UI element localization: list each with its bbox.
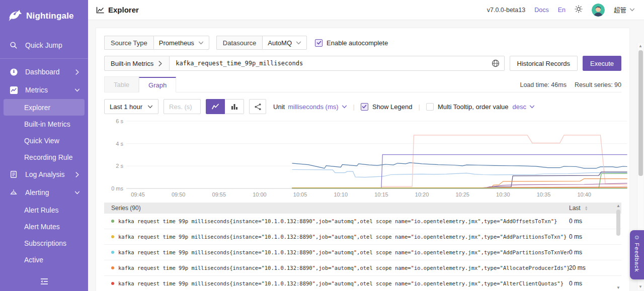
sidebar-collapse-button[interactable] (0, 278, 88, 285)
series-color-dot (111, 266, 114, 269)
multi-tooltip-checkbox[interactable]: Multi Tooltip, order value (426, 103, 509, 111)
source-type-select[interactable]: Prometheus (153, 36, 209, 50)
source-type-label: Source Type (104, 36, 153, 50)
chevron-down-icon (342, 104, 347, 110)
svg-text:09:45: 09:45 (131, 191, 145, 198)
explorer-panel: Source Type Prometheus Datasource AutoMQ… (96, 28, 630, 291)
scroll-up-icon[interactable]: ▲ (616, 204, 620, 209)
divider: | (417, 103, 421, 111)
log-analysis-icon (9, 170, 18, 179)
main-content: Source Type Prometheus Datasource AutoMQ… (88, 20, 644, 291)
checkbox-checked-icon (361, 103, 368, 111)
tab-graph[interactable]: Graph (139, 77, 176, 92)
svg-text:4 s: 4 s (116, 141, 123, 147)
series-table-header: Series (90) Last ▲▼ (104, 203, 621, 214)
menu-fold-icon (40, 278, 48, 285)
search-icon (9, 41, 18, 50)
page-scrollbar-thumb[interactable] (638, 50, 643, 176)
sidebar-item-log-analysis[interactable]: Log Analysis (0, 165, 88, 183)
series-row[interactable]: kafka_request_time_99p_milliseconds{inst… (104, 260, 621, 276)
user-menu[interactable]: 超管 (614, 5, 635, 15)
tab-table[interactable]: Table (104, 76, 139, 92)
app-logo[interactable]: Nightingale (0, 0, 88, 32)
show-legend-checkbox[interactable]: Show Legend (361, 103, 413, 111)
theme-toggle-sun-icon[interactable] (575, 5, 583, 15)
builtin-metrics-button[interactable]: Built-in Metrics (104, 56, 170, 71)
sidebar-item-alert-rules[interactable]: Alert Rules (0, 202, 88, 218)
time-range-select[interactable]: Last 1 hour (104, 99, 158, 114)
unit-label: Unit (273, 103, 285, 111)
metrics-chart[interactable]: 6 s4 s2 s0 ms09:4509:5009:5510:0010:0510… (104, 117, 621, 201)
caret-down-icon: ▼ (585, 208, 588, 211)
nightingale-bird-icon (7, 9, 22, 24)
page-title: Explorer (96, 6, 139, 14)
user-name: 超管 (614, 5, 626, 15)
feedback-button[interactable]: ☺ Feedback (630, 230, 644, 279)
sidebar-item-alerting[interactable]: Alerting (0, 183, 88, 202)
historical-records-button[interactable]: Historical Records (510, 56, 578, 71)
metrics-icon (9, 85, 18, 94)
svg-text:10:15: 10:15 (374, 191, 388, 198)
globe-icon[interactable] (492, 59, 500, 69)
svg-text:09:50: 09:50 (172, 191, 186, 198)
table-scrollbar[interactable]: ▲ ▼ (615, 204, 621, 290)
avatar[interactable] (592, 4, 605, 17)
sidebar-item-explorer[interactable]: Explorer (4, 99, 85, 116)
app-name: Nightingale (26, 11, 74, 21)
enable-autocomplete-checkbox[interactable]: Enable autocomplete (315, 39, 388, 47)
chevron-right-icon (74, 69, 80, 75)
scroll-down-icon[interactable]: ▼ (638, 284, 642, 290)
series-row[interactable]: kafka_request_time_99p_milliseconds{inst… (104, 229, 621, 245)
series-row[interactable]: kafka_request_time_99p_milliseconds{inst… (104, 245, 621, 260)
execute-button[interactable]: Execute (583, 56, 621, 71)
sort-carets[interactable]: ▲▼ (585, 206, 588, 211)
sidebar-item-active[interactable]: Active (0, 251, 88, 268)
sidebar-item-metrics[interactable]: Metrics (0, 81, 88, 99)
series-row[interactable]: kafka_request_time_99p_milliseconds{inst… (104, 214, 621, 229)
scroll-up-icon[interactable]: ▲ (638, 43, 642, 49)
alerting-icon (9, 188, 18, 197)
sidebar-item-recording-rule[interactable]: Recording Rule (0, 149, 88, 165)
order-select[interactable]: desc (513, 103, 535, 111)
chevron-down-icon (198, 40, 204, 46)
datasource-label: Datasource (216, 36, 262, 50)
share-button[interactable] (249, 99, 266, 114)
checkbox-unchecked-icon (426, 103, 434, 111)
sidebar-item-quick-jump[interactable]: Quick Jump (0, 36, 88, 54)
chevron-down-icon (529, 104, 535, 110)
line-chart-button[interactable] (206, 99, 225, 114)
chevron-down-icon (74, 190, 80, 196)
chevron-right-icon (74, 172, 80, 177)
svg-text:10:20: 10:20 (415, 191, 429, 198)
version-label: v7.0.0-beta13 (487, 7, 525, 14)
docs-link[interactable]: Docs (534, 7, 548, 14)
language-switch[interactable]: En (558, 7, 566, 14)
sidebar-item-subscriptions[interactable]: Subscriptions (0, 235, 88, 251)
sidebar-item-dashboard[interactable]: Dashboard (0, 63, 88, 81)
unit-select[interactable]: milliseconds (ms) (288, 103, 347, 111)
promql-query-input[interactable] (170, 56, 504, 71)
checkbox-checked-icon (315, 39, 323, 47)
series-row[interactable]: kafka_request_time_99p_milliseconds{inst… (104, 276, 621, 291)
svg-text:09:55: 09:55 (212, 191, 226, 198)
sidebar-item-quick-view[interactable]: Quick View (0, 132, 88, 149)
series-column-header: Series (90) (111, 205, 569, 212)
svg-text:10:30: 10:30 (496, 191, 510, 198)
sidebar-item-builtin-metrics[interactable]: Built-in Metrics (0, 116, 88, 132)
last-column-header[interactable]: Last (569, 205, 581, 212)
chevron-down-icon (629, 7, 635, 13)
scroll-down-icon[interactable]: ▼ (616, 285, 620, 290)
sidebar-nav: Quick Jump Dashboard Metrics Explorer Bu… (0, 32, 88, 268)
series-color-dot (111, 251, 114, 254)
divider: | (352, 103, 356, 111)
table-scrollbar-thumb[interactable] (616, 210, 620, 236)
series-color-dot (111, 282, 114, 285)
chevron-right-icon (157, 61, 163, 66)
sidebar-divider (0, 58, 88, 59)
bar-chart-button[interactable] (225, 99, 244, 114)
resolution-input[interactable] (164, 99, 201, 114)
chevron-down-icon (74, 87, 80, 93)
datasource-select[interactable]: AutoMQ (262, 36, 307, 50)
chevron-down-icon (296, 40, 301, 46)
sidebar-item-alert-mutes[interactable]: Alert Mutes (0, 218, 88, 235)
